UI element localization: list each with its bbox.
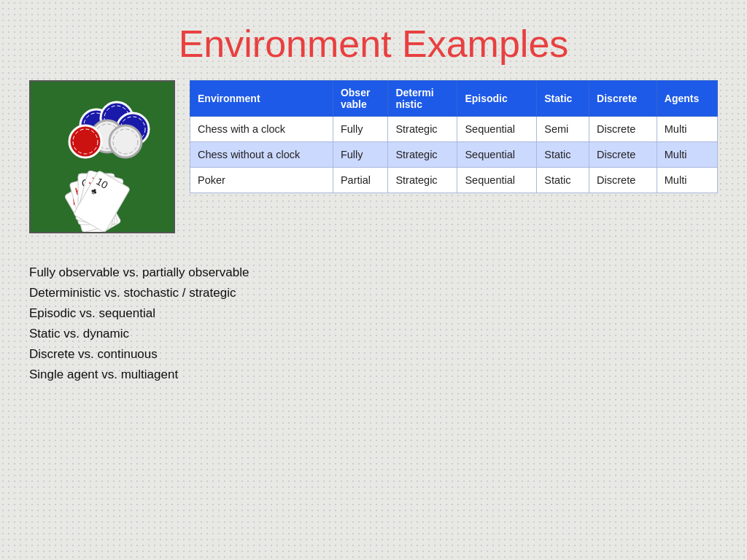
content-area: A ♥ K ♦ Q ♠ J ♥ (29, 80, 718, 233)
table-cell: Strategic (388, 142, 457, 168)
table-cell: Partial (333, 168, 387, 193)
table-cell: Strategic (388, 168, 457, 193)
table-cell: Sequential (457, 117, 537, 142)
note-item: Single agent vs. multiagent (29, 365, 718, 385)
casino-image: A ♥ K ♦ Q ♠ J ♥ (29, 80, 175, 233)
note-item: Static vs. dynamic (29, 324, 718, 344)
col-observable: Observable (333, 81, 387, 117)
table-cell: Multi (657, 168, 717, 193)
table-cell: Strategic (388, 117, 457, 142)
slide: Environment Examples (0, 0, 747, 560)
col-environment: Environment (190, 81, 333, 117)
table-cell: Poker (190, 168, 333, 193)
table-container: Environment Observable Deterministic Epi… (190, 80, 718, 193)
bottom-notes: Fully observable vs. partially observabl… (29, 262, 718, 385)
table-cell: Static (537, 142, 589, 168)
col-agents: Agents (657, 81, 717, 117)
col-static: Static (537, 81, 589, 117)
table-cell: Fully (333, 117, 387, 142)
svg-point-12 (73, 129, 98, 154)
col-episodic: Episodic (457, 81, 537, 117)
note-item: Episodic vs. sequential (29, 303, 718, 324)
note-item: Discrete vs. continuous (29, 344, 718, 365)
environments-table: Environment Observable Deterministic Epi… (190, 80, 718, 193)
table-cell: Static (537, 168, 589, 193)
table-row: Chess with a clockFullyStrategicSequenti… (190, 117, 718, 142)
table-cell: Multi (657, 117, 717, 142)
table-cell: Discrete (589, 168, 657, 193)
table-row: Chess without a clockFullyStrategicSeque… (190, 142, 718, 168)
svg-point-10 (113, 129, 138, 154)
table-row: PokerPartialStrategicSequentialStaticDis… (190, 168, 718, 193)
col-discrete: Discrete (589, 81, 657, 117)
table-cell: Chess with a clock (190, 117, 333, 142)
table-cell: Semi (537, 117, 589, 142)
table-body: Chess with a clockFullyStrategicSequenti… (190, 117, 718, 193)
table-cell: Discrete (589, 142, 657, 168)
table-cell: Chess without a clock (190, 142, 333, 168)
table-cell: Fully (333, 142, 387, 168)
table-cell: Sequential (457, 168, 537, 193)
table-cell: Discrete (589, 117, 657, 142)
slide-title: Environment Examples (29, 22, 718, 66)
table-header-row: Environment Observable Deterministic Epi… (190, 81, 718, 117)
note-item: Fully observable vs. partially observabl… (29, 262, 718, 283)
table-cell: Multi (657, 142, 717, 168)
table-cell: Sequential (457, 142, 537, 168)
col-deterministic: Deterministic (388, 81, 457, 117)
note-item: Deterministic vs. stochastic / strategic (29, 283, 718, 303)
